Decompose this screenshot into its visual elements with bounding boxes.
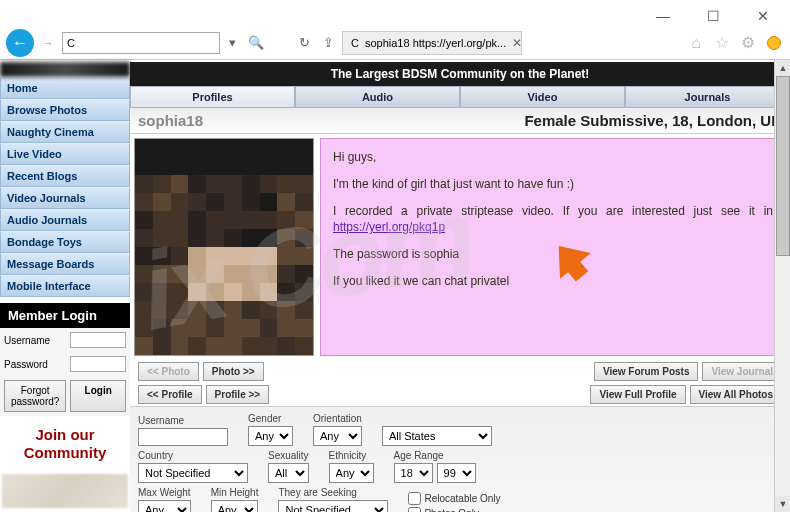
profile-name: sophia18 [138,112,203,129]
age-low-select[interactable]: 18 [394,463,433,483]
smiley-icon[interactable] [764,33,784,53]
relocatable-label: Relocatable Only [424,493,500,504]
nav-audio-journals[interactable]: Audio Journals [0,209,130,231]
view-forum-posts-button[interactable]: View Forum Posts [594,362,699,381]
nav-naughty-cinema[interactable]: Naughty Cinema [0,121,130,143]
nav-recent-blogs[interactable]: Recent Blogs [0,165,130,187]
view-all-photos-button[interactable]: View All Photos [690,385,782,404]
address-bar[interactable]: C [62,32,220,54]
join-line1: Join our [4,426,126,444]
username-label: Username [4,335,50,346]
ethnicity-label: Ethnicity [329,450,374,461]
nav-home[interactable]: Home [0,77,130,99]
age-label: Age Range [394,450,476,461]
settings-icon[interactable]: ⚙ [738,33,758,53]
nav-live-video[interactable]: Live Video [0,143,130,165]
profile-headline: Female Submissive, 18, London, UK [524,112,782,129]
bio-p3-text: I recorded a private striptease video. I… [333,204,773,218]
ethnicity-select[interactable]: Any [329,463,374,483]
member-login-header: Member Login [0,303,130,328]
tab-profiles[interactable]: Profiles [130,86,295,108]
login-button[interactable]: Login [70,380,126,412]
close-tab-icon[interactable]: ✕ [512,36,522,50]
sidebar: Home Browse Photos Naughty Cinema Live V… [0,62,130,510]
site-logo[interactable] [0,62,130,77]
scroll-up-icon[interactable]: ▲ [775,60,790,76]
username-search-input[interactable] [138,428,228,446]
minheight-select[interactable]: Any [211,500,259,512]
maxweight-select[interactable]: Any [138,500,191,512]
maximize-button[interactable]: ☐ [698,6,728,26]
gap [270,33,290,53]
bio-box: Hi guys, I'm the kind of girl that just … [320,138,786,356]
orientation-select[interactable]: Any [313,426,362,446]
bio-p3: I recorded a private striptease video. I… [333,203,773,237]
nav-mobile-interface[interactable]: Mobile Interface [0,275,130,297]
country-select[interactable]: Not Specified [138,463,248,483]
scam-link[interactable]: https://yerl.org/pkq1p [333,220,445,234]
nav-bondage-toys[interactable]: Bondage Toys [0,231,130,253]
scroll-down-icon[interactable]: ▼ [775,496,790,512]
bio-p1: Hi guys, [333,149,773,166]
main-content: The Largest BDSM Community on the Planet… [130,62,790,510]
nav-browse-photos[interactable]: Browse Photos [0,99,130,121]
maxweight-label: Max Weight [138,487,191,498]
photos-checkbox[interactable] [408,507,421,512]
back-button[interactable]: ← [6,29,34,57]
country-label: Country [138,450,248,461]
age-high-select[interactable]: 99 [437,463,476,483]
close-button[interactable]: ✕ [748,6,778,26]
password-input[interactable] [70,356,126,372]
gender-label: Gender [248,413,293,424]
share-icon[interactable]: ⇪ [318,33,338,53]
bio-p2: I'm the kind of girl that just want to h… [333,176,773,193]
profile-photo[interactable] [134,138,314,356]
tab-journals[interactable]: Journals [625,86,790,108]
tab-audio[interactable]: Audio [295,86,460,108]
browser-tab[interactable]: C sophia18 https://yerl.org/pk... ✕ [342,31,522,55]
username-search-label: Username [138,415,228,426]
scroll-thumb[interactable] [776,76,790,256]
gender-select[interactable]: Any [248,426,293,446]
favorites-icon[interactable]: ☆ [712,33,732,53]
home-icon[interactable]: ⌂ [686,33,706,53]
tab-favicon: C [351,37,359,49]
username-input[interactable] [70,332,126,348]
seeking-select[interactable]: Not Specified [278,500,388,512]
forward-button[interactable]: → [38,33,58,53]
state-label [382,413,492,424]
relocatable-checkbox[interactable] [408,492,421,505]
tab-video[interactable]: Video [460,86,625,108]
promo-image[interactable] [2,474,128,508]
orientation-label: Orientation [313,413,362,424]
view-journal-button[interactable]: View Journal [702,362,782,381]
nav-video-journals[interactable]: Video Journals [0,187,130,209]
annotation-arrow [547,237,597,281]
next-photo-button[interactable]: Photo >> [203,362,264,381]
minheight-label: Min Height [211,487,259,498]
refresh-icon[interactable]: ↻ [294,33,314,53]
prev-photo-button[interactable]: << Photo [138,362,199,381]
search-icon[interactable]: 🔍 [246,33,266,53]
search-area: Username GenderAny OrientationAny All St… [130,406,790,512]
nav-message-boards[interactable]: Message Boards [0,253,130,275]
seeking-label: They are Seeking [278,487,388,498]
sexuality-label: Sexuality [268,450,309,461]
state-select[interactable]: All States [382,426,492,446]
next-profile-button[interactable]: Profile >> [206,385,270,404]
minimize-button[interactable]: — [648,6,678,26]
scrollbar[interactable]: ▲ ▼ [774,60,790,512]
site-banner: The Largest BDSM Community on the Planet… [130,62,790,86]
tab-title: sophia18 https://yerl.org/pk... [365,37,506,49]
photos-label: Photos Only [424,508,478,512]
forgot-password-button[interactable]: Forgot password? [4,380,66,412]
view-full-profile-button[interactable]: View Full Profile [590,385,685,404]
prev-profile-button[interactable]: << Profile [138,385,202,404]
join-community[interactable]: Join our Community [0,416,130,472]
sexuality-select[interactable]: All [268,463,309,483]
join-line2: Community [4,444,126,462]
password-label: Password [4,359,48,370]
address-prefix: C [67,37,75,49]
dropdown-icon[interactable]: ▾ [222,33,242,53]
